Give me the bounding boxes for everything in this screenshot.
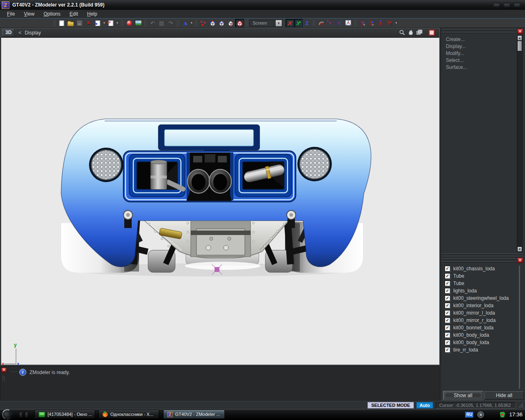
object-checkbox[interactable]: ✓ xyxy=(445,295,450,301)
screen-combobox[interactable]: Screen xyxy=(249,20,276,27)
export-dropdown[interactable]: ▾ xyxy=(115,19,119,27)
log-grip[interactable] xyxy=(5,376,6,381)
menu-options[interactable]: Options xyxy=(39,10,65,18)
hide-all-button[interactable]: Hide all xyxy=(484,391,524,399)
scale-tool-button[interactable] xyxy=(376,19,385,27)
x-axis-toggle[interactable]: X xyxy=(285,19,294,27)
manipulator-button[interactable] xyxy=(317,19,326,27)
object-label[interactable]: kit00_interior_loda xyxy=(453,303,493,308)
object-label[interactable]: kit00_mirror_r_loda xyxy=(453,317,495,323)
menu-help[interactable]: Help xyxy=(82,10,102,18)
object-checkbox[interactable]: ✓ xyxy=(445,303,450,308)
edges-mode-button[interactable] xyxy=(217,19,226,27)
object-checkbox[interactable]: ✓ xyxy=(445,332,450,338)
scroll-up-button[interactable]: ▲ xyxy=(517,35,522,41)
taskbar-button-browser[interactable]: Одноклассники - Х... xyxy=(98,410,159,419)
object-label[interactable]: kit00_body_loda xyxy=(453,332,489,338)
viewports-layout-icon[interactable] xyxy=(416,29,423,36)
object-checkbox[interactable]: ✓ xyxy=(445,310,450,316)
undo-button[interactable]: ↶ xyxy=(148,19,157,27)
object-checkbox[interactable]: ✓ xyxy=(445,288,450,294)
pivot-tool-button[interactable] xyxy=(326,19,335,27)
object-label[interactable]: lights_loda xyxy=(453,288,477,294)
object-checkbox[interactable]: ✓ xyxy=(445,281,450,286)
title-bar[interactable]: Z GT40V2 - ZModeler ver 2.2.1 (Build 959… xyxy=(0,0,525,10)
object-label[interactable]: kit00_body_loda xyxy=(453,340,489,345)
close-button[interactable] xyxy=(513,3,521,8)
object-label[interactable]: kit00_mirror_l_loda xyxy=(453,310,495,316)
material-editor-button[interactable] xyxy=(125,19,134,27)
modify-dropdown[interactable]: ▾ xyxy=(394,19,398,27)
axes-tool-button[interactable] xyxy=(335,19,344,27)
move-tool-button[interactable] xyxy=(358,19,367,27)
object-checkbox[interactable]: ✓ xyxy=(445,273,450,279)
path-tool-button[interactable] xyxy=(199,19,208,27)
commands-panel-grip[interactable] xyxy=(442,29,516,33)
z-axis-toggle[interactable]: Z xyxy=(303,19,311,27)
objects-panel-close-button[interactable]: × xyxy=(517,258,523,263)
object-checkbox[interactable]: ✓ xyxy=(445,266,450,272)
resize-grip[interactable] xyxy=(518,403,523,408)
command-select[interactable]: Select... xyxy=(441,57,516,64)
language-indicator[interactable]: RU xyxy=(465,412,473,418)
object-list-scrollbar[interactable] xyxy=(519,266,520,389)
rotate-tool-button[interactable] xyxy=(367,19,376,27)
viewport-view-label[interactable]: Display xyxy=(25,30,41,36)
log-close-button[interactable]: × xyxy=(1,368,7,372)
y-axis-toggle[interactable]: Y xyxy=(294,19,303,27)
scroll-thumb[interactable] xyxy=(517,41,522,51)
import-button[interactable]: ↘ xyxy=(93,19,102,27)
maximize-button[interactable] xyxy=(503,3,511,8)
objects-panel-grip[interactable] xyxy=(442,258,516,262)
import-dropdown[interactable]: ▾ xyxy=(102,19,106,27)
object-label[interactable]: kit00_steeringwheel_loda xyxy=(453,295,509,301)
show-all-button[interactable]: Show all xyxy=(443,391,483,399)
faces-mode-button[interactable] xyxy=(226,19,235,27)
menu-view[interactable]: View xyxy=(19,10,39,18)
zoom-tool-icon[interactable] xyxy=(399,29,406,36)
open-file-button[interactable] xyxy=(66,19,75,27)
menu-edit[interactable]: Edit xyxy=(65,10,83,18)
start-button[interactable] xyxy=(1,408,14,420)
export-button[interactable]: ↩ xyxy=(106,19,115,27)
grid-tool-button[interactable] xyxy=(344,19,353,27)
maximize-viewport-icon[interactable] xyxy=(428,29,435,36)
object-label[interactable]: tire_rr_loda xyxy=(453,347,478,353)
normals-tool-button[interactable]: ▲ xyxy=(180,19,189,27)
texture-browser-button[interactable] xyxy=(134,19,143,27)
normals-dropdown[interactable]: ▾ xyxy=(189,19,194,27)
command-modify[interactable]: Modify... xyxy=(441,50,516,57)
object-checkbox[interactable]: ✓ xyxy=(445,317,450,323)
viewport-mode-button[interactable]: 3D xyxy=(2,29,14,37)
taskbar-button-chat[interactable]: [417053484] - Окно ... xyxy=(34,410,95,419)
clock[interactable]: 17:36 xyxy=(509,411,523,418)
viewport-canvas[interactable]: y x z xyxy=(1,37,439,365)
object-checkbox[interactable]: ✓ xyxy=(445,325,450,331)
save-button[interactable] xyxy=(75,19,84,27)
delete-button[interactable]: × xyxy=(84,19,93,27)
pan-hand-icon[interactable] xyxy=(407,29,414,36)
object-checkbox[interactable]: ✓ xyxy=(445,347,450,353)
new-file-button[interactable] xyxy=(57,19,66,27)
command-surface[interactable]: Surface... xyxy=(441,64,516,71)
command-create[interactable]: Create... xyxy=(441,36,516,43)
object-checkbox[interactable]: ✓ xyxy=(445,340,450,345)
auto-badge[interactable]: Auto xyxy=(416,402,433,409)
command-display[interactable]: Display... xyxy=(441,43,516,50)
history-button[interactable]: ▤ xyxy=(157,19,166,27)
menu-file[interactable]: File xyxy=(2,10,19,18)
object-label[interactable]: Tube xyxy=(453,281,464,286)
taskbar-button-zmodeler[interactable]: Z GT40V2 - ZModeler ... xyxy=(163,410,225,419)
commands-panel-close-button[interactable]: × xyxy=(517,29,523,34)
screen-combobox-arrow[interactable]: ▼ xyxy=(276,20,282,27)
tray-expand-button[interactable]: + xyxy=(477,411,484,418)
viewport-back-arrow[interactable]: < xyxy=(18,30,21,36)
panel-divider-grip[interactable] xyxy=(442,253,523,257)
objects-mode-button[interactable] xyxy=(235,19,244,27)
minimize-button[interactable] xyxy=(493,3,500,8)
antivirus-tray-icon[interactable] xyxy=(500,412,505,418)
object-label[interactable]: kit00_chassis_loda xyxy=(453,266,495,272)
object-label[interactable]: Tube xyxy=(453,273,464,279)
redo-button[interactable]: ↷ xyxy=(166,19,175,27)
scroll-down-button[interactable]: ▼ xyxy=(517,247,522,252)
